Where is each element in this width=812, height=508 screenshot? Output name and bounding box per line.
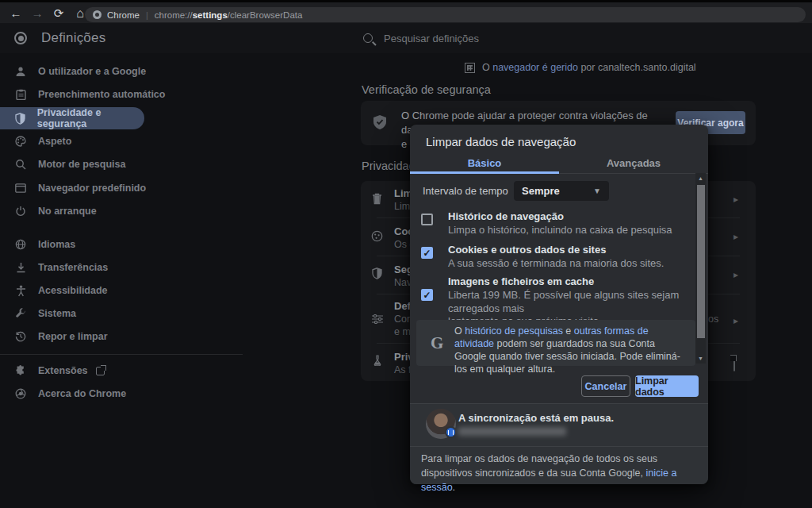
power-icon [14, 205, 27, 217]
external-link-icon [96, 367, 105, 375]
clear-browsing-data-dialog: Limpar dados de navegação Básico Avançad… [410, 125, 708, 484]
forward-icon[interactable]: → [30, 6, 44, 21]
sidebar-label: No arranque [38, 206, 97, 217]
dialog-scrollbar[interactable]: ▲ ▼ [695, 173, 706, 364]
sidebar-item-appearance[interactable]: Aspeto [0, 130, 238, 152]
sidebar-item-privacy-security[interactable]: Privacidade e segurança [0, 107, 144, 129]
search-icon [363, 33, 373, 43]
sidebar-label: Preenchimento automático [38, 89, 165, 100]
cookie-icon [371, 230, 383, 245]
sidebar-label: Aspeto [38, 136, 71, 147]
address-bar[interactable]: Chrome | chrome://settings/clearBrowserD… [85, 7, 806, 22]
google-g-icon: G [431, 333, 443, 353]
footer-divider [410, 446, 708, 447]
omnibox-separator: | [146, 10, 148, 20]
sidebar-item-reset[interactable]: Repor e limpar [0, 325, 238, 348]
chrome-logo-icon [14, 32, 27, 44]
download-icon [14, 261, 27, 274]
footer-text: Para limpar os dados de navegação de tod… [421, 452, 700, 495]
sliders-icon [372, 313, 383, 327]
sidebar-item-user-google[interactable]: O utilizador e a Google [0, 60, 238, 83]
sidebar-label: O utilizador e a Google [38, 66, 146, 77]
sidebar-label: Acerca do Chrome [38, 388, 126, 399]
browser-window-icon [14, 182, 27, 194]
sidebar-item-accessibility[interactable]: Acessibilidade [0, 279, 238, 302]
notice-text: O histórico de pesquisas e outras formas… [454, 325, 689, 375]
browsing-history-checkbox[interactable]: ✓ [421, 214, 433, 225]
sidebar-item-on-startup[interactable]: No arranque [0, 200, 238, 222]
sidebar-item-autofill[interactable]: Preenchimento automático [0, 83, 238, 106]
safety-check-heading: Verificação de segurança [362, 83, 491, 96]
sidebar-label: Extensões [38, 365, 88, 376]
sidebar-label: Navegador predefinido [38, 183, 146, 194]
scrollbar-thumb[interactable] [697, 185, 705, 338]
option-cached-images[interactable]: ✓ Imagens e ficheiros em cache Liberta 1… [410, 275, 695, 318]
sidebar-item-extensions[interactable]: Extensões [0, 360, 238, 382]
cookies-checkbox[interactable]: ✓ [421, 247, 433, 259]
shield-icon [14, 112, 26, 125]
managed-browser-notice: O navegador é gerido por canaltech.santo… [465, 62, 696, 73]
shield-check-icon [373, 114, 387, 130]
tab-active-indicator [410, 171, 559, 174]
sync-status: A sincronização está em pausa. [458, 412, 614, 424]
screen: ← → ⟳ ⌂ Chrome | chrome://settings/clear… [0, 0, 812, 508]
shield-icon [372, 267, 382, 283]
organization-icon [465, 63, 475, 73]
sidebar-item-default-browser[interactable]: Navegador predefinido [0, 177, 238, 199]
search-history-link[interactable]: histórico de pesquisas [465, 325, 563, 337]
scroll-up-icon[interactable]: ▲ [695, 173, 706, 183]
search-placeholder: Pesquisar definições [384, 33, 479, 44]
sidebar-label: Acessibilidade [38, 285, 108, 296]
page-title: Definições [41, 30, 105, 46]
tab-basic[interactable]: Básico [410, 152, 559, 174]
option-label: Histórico de navegação [448, 210, 564, 222]
sidebar-item-search-engine[interactable]: Motor de pesquisa [0, 153, 238, 175]
flask-icon [373, 355, 382, 369]
cached-images-checkbox[interactable]: ✓ [421, 289, 433, 301]
sidebar-label: Sistema [38, 308, 76, 319]
dropdown-arrow-icon: ▼ [593, 187, 601, 195]
time-range-label: Intervalo de tempo [423, 185, 508, 197]
option-label: Cookies e outros dados de sites [448, 244, 606, 256]
tab-basic-label: Básico [468, 157, 502, 169]
person-icon [14, 65, 27, 78]
sidebar-item-languages[interactable]: Idiomas [0, 233, 238, 256]
sync-paused-badge-icon [445, 426, 457, 438]
sidebar-item-system[interactable]: Sistema [0, 302, 238, 325]
accessibility-icon [14, 284, 27, 297]
managed-link[interactable]: navegador é gerido [492, 62, 578, 73]
history-restore-icon [14, 330, 27, 343]
back-icon[interactable]: ← [9, 6, 23, 21]
sidebar-label: Idiomas [38, 239, 75, 250]
option-label: Imagens e ficheiros em cache [448, 275, 594, 287]
trash-icon [372, 193, 382, 208]
chevron-right-icon: ▸ [733, 231, 738, 242]
chrome-icon [14, 387, 27, 400]
dialog-title: Limpar dados de navegação [426, 135, 576, 148]
chevron-right-icon: ▸ [733, 194, 738, 205]
row-desc-right-fragment: os [708, 314, 718, 325]
reload-icon[interactable]: ⟳ [52, 6, 66, 21]
sidebar-item-downloads[interactable]: Transferências [0, 256, 238, 279]
site-label: Chrome [107, 10, 140, 20]
browser-toolbar: ← → ⟳ ⌂ Chrome | chrome://settings/clear… [0, 2, 812, 23]
external-link-icon [733, 356, 735, 371]
option-browsing-history[interactable]: ✓ Histórico de navegação Limpa o históri… [410, 209, 695, 241]
tab-advanced[interactable]: Avançadas [559, 152, 708, 174]
scroll-down-icon[interactable]: ▼ [695, 353, 706, 364]
sidebar-label: Motor de pesquisa [38, 159, 125, 170]
time-range-select[interactable]: Sempre ▼ [514, 181, 609, 201]
sidebar-label: Transferências [38, 262, 108, 273]
sidebar-label: Privacidade e segurança [37, 107, 144, 129]
settings-search[interactable]: Pesquisar definições [363, 29, 649, 48]
time-range-value: Sempre [522, 185, 593, 197]
option-cookies[interactable]: ✓ Cookies e outros dados de sites A sua … [410, 242, 695, 274]
clear-data-button[interactable]: Limpar dados [635, 375, 699, 397]
search-icon [14, 158, 27, 171]
redacted-account-email [458, 427, 566, 436]
option-desc: A sua sessão é terminada na maioria dos … [448, 257, 664, 271]
sidebar-item-about-chrome[interactable]: Acerca do Chrome [0, 383, 238, 405]
chevron-right-icon: ▸ [733, 269, 738, 280]
google-account-notice: G O histórico de pesquisas e outras form… [416, 320, 695, 366]
cancel-button[interactable]: Cancelar [581, 375, 630, 397]
